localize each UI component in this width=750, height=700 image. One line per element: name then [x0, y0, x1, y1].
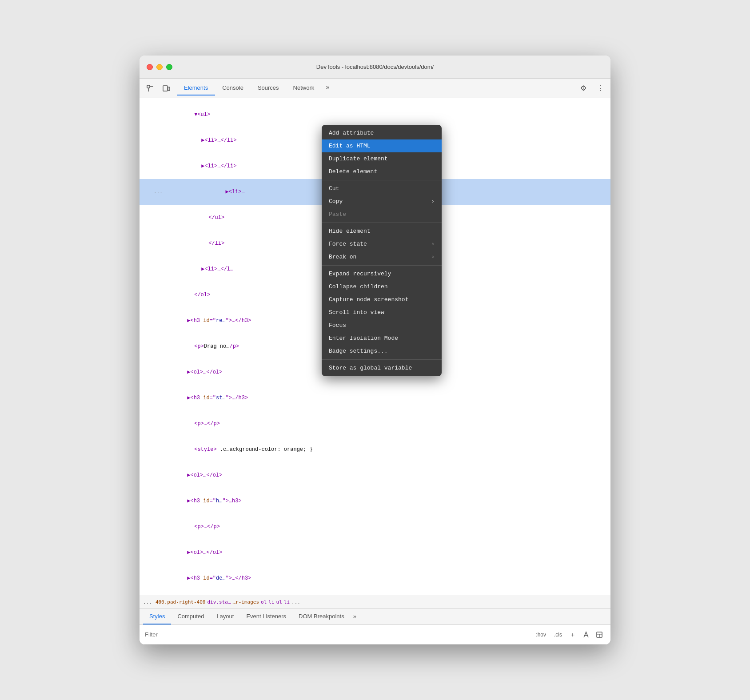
devtools-window: DevTools - localhost:8080/docs/devtools/…: [140, 56, 610, 644]
panel-more-tabs-button[interactable]: »: [351, 609, 359, 624]
dom-line[interactable]: <p>…</p>: [140, 514, 610, 540]
menu-separator: [322, 180, 442, 180]
dom-line[interactable]: ▶<ol>…</ol>: [140, 540, 610, 565]
menu-badge-settings[interactable]: Badge settings...: [322, 345, 442, 358]
filter-actions: :hov .cls +: [533, 629, 605, 640]
tab-icons: [143, 81, 173, 95]
bottom-panel: Styles Computed Layout Event Listeners D…: [140, 609, 610, 644]
menu-expand-recursively[interactable]: Expand recursively: [322, 267, 442, 280]
device-icon-button[interactable]: [159, 81, 173, 95]
menu-separator: [322, 223, 442, 223]
breadcrumb-item[interactable]: div.sta…: [207, 599, 231, 605]
menu-break-on[interactable]: Break on ›: [322, 251, 442, 263]
filter-bar: :hov .cls +: [140, 625, 610, 644]
dom-line[interactable]: ▼<ul>: [140, 102, 610, 127]
filter-input[interactable]: [145, 631, 529, 638]
maximize-button[interactable]: [166, 64, 172, 70]
menu-scroll-into-view[interactable]: Scroll into view: [322, 306, 442, 319]
tab-actions: ⚙ ⋮: [577, 82, 607, 95]
inspect-icon-button[interactable]: [143, 81, 157, 95]
main-tabs: Elements Console Sources Network »: [177, 81, 577, 95]
dom-line[interactable]: <p>…</p>: [140, 411, 610, 437]
settings-button[interactable]: ⚙: [577, 82, 590, 95]
dom-area: ▼<ul> ▶<li>…</li> ▶<li>…</li> ... ▶<li>……: [140, 98, 610, 595]
submenu-arrow: ›: [431, 241, 435, 247]
menu-edit-as-html[interactable]: Edit as HTML: [322, 139, 442, 152]
panel-tab-layout[interactable]: Layout: [210, 609, 240, 624]
breadcrumb-item[interactable]: 400.pad-right-400: [156, 599, 206, 605]
panel-tab-event-listeners[interactable]: Event Listeners: [240, 609, 292, 624]
menu-delete-element[interactable]: Delete element: [322, 165, 442, 178]
menu-enter-isolation-mode[interactable]: Enter Isolation Mode: [322, 332, 442, 345]
hov-button[interactable]: :hov: [533, 630, 549, 640]
breadcrumb-item[interactable]: ul: [276, 599, 282, 605]
more-tabs-button[interactable]: »: [321, 81, 334, 93]
svg-rect-4: [168, 87, 170, 91]
menu-separator: [322, 359, 442, 360]
breadcrumb-item[interactable]: ol: [261, 599, 267, 605]
cls-button[interactable]: .cls: [551, 630, 565, 640]
menu-cut[interactable]: Cut: [322, 182, 442, 195]
menu-hide-element[interactable]: Hide element: [322, 225, 442, 238]
menu-paste: Paste: [322, 208, 442, 221]
menu-collapse-children[interactable]: Collapse children: [322, 280, 442, 293]
close-button[interactable]: [147, 64, 153, 70]
panel-tabs: Styles Computed Layout Event Listeners D…: [140, 609, 610, 625]
traffic-lights: [147, 64, 172, 70]
more-options-button[interactable]: ⋮: [594, 82, 607, 95]
dom-line[interactable]: ▶<h3 id="h…">…h3>: [140, 488, 610, 514]
menu-add-attribute[interactable]: Add attribute: [322, 127, 442, 139]
menu-store-global-variable[interactable]: Store as global variable: [322, 362, 442, 374]
menu-duplicate-element[interactable]: Duplicate element: [322, 152, 442, 165]
minimize-button[interactable]: [156, 64, 163, 70]
layout-icon-button[interactable]: [594, 629, 605, 640]
dom-line[interactable]: <style> .c…ackground-color: orange; }: [140, 437, 610, 462]
dom-line[interactable]: ▶<h3 id="de…">…</h3>: [140, 565, 610, 591]
panel-tab-styles[interactable]: Styles: [143, 609, 171, 624]
toggle-element-state-button[interactable]: [580, 629, 592, 640]
menu-focus[interactable]: Focus: [322, 319, 442, 332]
tab-elements[interactable]: Elements: [177, 81, 215, 95]
window-title: DevTools - localhost:8080/docs/devtools/…: [316, 64, 434, 70]
panel-tab-dom-breakpoints[interactable]: DOM Breakpoints: [292, 609, 351, 624]
submenu-arrow: ›: [431, 254, 435, 260]
breadcrumb-bar: ... 400.pad-right-400 div.sta… …r-images…: [140, 595, 610, 609]
breadcrumb-dots[interactable]: ...: [143, 599, 152, 605]
panel-tab-computed[interactable]: Computed: [171, 609, 210, 624]
dom-line[interactable]: ▶<ol>…</ol>: [140, 462, 610, 488]
add-style-rule-button[interactable]: +: [567, 629, 578, 640]
breadcrumb-item[interactable]: li: [268, 599, 274, 605]
title-bar: DevTools - localhost:8080/docs/devtools/…: [140, 56, 610, 79]
context-menu: Add attribute Edit as HTML Duplicate ele…: [322, 125, 442, 376]
breadcrumb-more[interactable]: ...: [291, 599, 300, 605]
breadcrumb-item[interactable]: li: [284, 599, 290, 605]
menu-copy[interactable]: Copy ›: [322, 195, 442, 208]
menu-separator: [322, 265, 442, 266]
svg-rect-0: [147, 85, 150, 88]
tab-bar: Elements Console Sources Network » ⚙ ⋮: [140, 79, 610, 98]
breadcrumb-item[interactable]: …r-images: [232, 599, 259, 605]
dom-line[interactable]: ▶<h3 id="st…">…/h3>: [140, 385, 610, 411]
submenu-arrow: ›: [431, 199, 435, 205]
menu-force-state[interactable]: Force state ›: [322, 238, 442, 251]
tab-network[interactable]: Network: [286, 81, 322, 95]
tab-console[interactable]: Console: [215, 81, 251, 95]
svg-rect-3: [163, 86, 168, 91]
tab-sources[interactable]: Sources: [251, 81, 286, 95]
menu-capture-screenshot[interactable]: Capture node screenshot: [322, 293, 442, 306]
